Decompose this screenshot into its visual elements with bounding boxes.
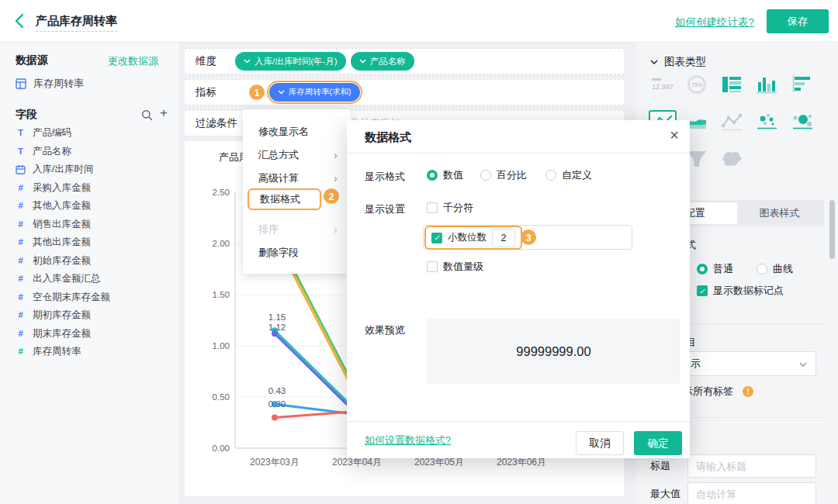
- chevron-down-icon: [359, 59, 366, 64]
- chart-type-table-icon[interactable]: [718, 72, 746, 97]
- fields-section-header: 字段 +: [16, 108, 164, 122]
- show-marker-checkbox[interactable]: ✓ 显示数据标记点: [697, 284, 784, 298]
- menu-item-sort[interactable]: 排序›: [243, 218, 351, 241]
- metric-chip-highlight: 库存周转率(求和): [267, 81, 362, 104]
- field-item[interactable]: #期初库存金额: [16, 307, 171, 323]
- field-item[interactable]: #出入库金额汇总: [16, 271, 171, 286]
- format-help-link[interactable]: 如何设置数据格式?: [365, 433, 451, 447]
- chart-type-scatter-icon[interactable]: [753, 109, 781, 134]
- svg-text:2023年05月: 2023年05月: [414, 457, 464, 468]
- topbar: 产品库存周转率 如何创建统计表? 保存: [0, 0, 838, 43]
- field-item[interactable]: #销售出库金额: [16, 216, 171, 232]
- radio-icon: [427, 170, 438, 181]
- chart-type-gauge-icon[interactable]: 75%: [683, 72, 711, 97]
- add-field-icon[interactable]: +: [160, 105, 168, 121]
- field-item[interactable]: #空仓期末库存金额: [16, 289, 171, 305]
- chevron-right-icon: ›: [334, 218, 338, 241]
- dimension-row: 维度 入库/出库时间(年-月) 产品名称: [185, 48, 624, 74]
- change-datasource-link[interactable]: 更改数据源: [108, 54, 158, 68]
- back-icon: [14, 13, 25, 29]
- preview-label: 效果预览: [365, 323, 405, 337]
- format-custom-radio[interactable]: 自定义: [545, 168, 592, 182]
- right-panel-scrollbar[interactable]: [829, 200, 835, 259]
- back-button[interactable]: [14, 13, 26, 29]
- checkbox-icon: [427, 261, 438, 272]
- chart-type-hbar-icon[interactable]: [788, 72, 816, 97]
- data-format-modal: 数据格式 × 显示格式 数值 百分比 自定义 显示设置 千分符 ✓ 小数位数 2: [347, 120, 690, 458]
- preview-box: 99999999.00: [427, 319, 680, 384]
- decimal-label: 小数位数: [448, 231, 487, 244]
- confirm-button[interactable]: 确定: [634, 431, 682, 455]
- tab-chart-style[interactable]: 图表样式: [737, 202, 822, 224]
- svg-text:0.43: 0.43: [268, 386, 286, 395]
- decimal-checkbox[interactable]: ✓: [431, 233, 442, 243]
- format-label: 显示格式: [365, 170, 405, 184]
- chevron-right-icon: ›: [334, 143, 338, 167]
- preview-value: 99999999.00: [516, 344, 590, 359]
- decimal-value-input[interactable]: 2: [492, 229, 515, 247]
- settings-label: 显示设置: [365, 202, 405, 216]
- menu-item-delete-field[interactable]: 删除字段: [243, 241, 351, 264]
- thousand-separator-checkbox[interactable]: 千分符: [427, 201, 473, 215]
- calc-number-field-icon: #: [16, 347, 26, 356]
- chart-type-bubble-icon[interactable]: [788, 109, 816, 134]
- chart-type-section-header[interactable]: 图表类型: [650, 55, 706, 69]
- modal-footer: 如何设置数据格式? 取消 确定: [347, 421, 690, 458]
- number-field-icon: #: [16, 256, 26, 265]
- chart-title-input[interactable]: [687, 454, 816, 478]
- svg-text:1.00: 1.00: [213, 341, 230, 350]
- svg-text:0.30: 0.30: [268, 399, 286, 409]
- chart-type-number-icon[interactable]: 12.987: [649, 72, 677, 97]
- step-badge-3: 3: [521, 230, 536, 245]
- dimension-chip[interactable]: 入库/出库时间(年-月): [235, 52, 346, 71]
- svg-text:2.00: 2.00: [213, 239, 230, 248]
- line-type-curve-radio[interactable]: 曲线: [757, 262, 793, 276]
- line-type-normal-radio[interactable]: 普通: [697, 262, 733, 276]
- svg-text:0.00: 0.00: [213, 444, 230, 453]
- chart-type-combo-icon[interactable]: [718, 109, 746, 134]
- search-icon[interactable]: [141, 109, 153, 121]
- menu-item-rename[interactable]: 修改显示名: [243, 120, 351, 143]
- format-number-radio[interactable]: 数值: [427, 168, 463, 182]
- field-item[interactable]: #期末库存金额: [16, 326, 171, 341]
- field-item[interactable]: T产品名称: [16, 143, 171, 159]
- checkbox-icon: [427, 202, 438, 213]
- cancel-button[interactable]: 取消: [576, 431, 624, 455]
- left-sidebar: 数据源 更改数据源 库存周转率 字段 + T产品编码 T产品名称: [0, 43, 180, 504]
- field-item[interactable]: #采购入库金额: [16, 180, 171, 195]
- svg-text:1.50: 1.50: [213, 290, 230, 299]
- svg-text:1.15: 1.15: [268, 312, 286, 322]
- chart-type-bar-icon[interactable]: [753, 72, 781, 97]
- radio-icon: [545, 170, 556, 181]
- field-item[interactable]: #其他出库金额: [16, 234, 171, 250]
- close-icon[interactable]: ×: [670, 126, 679, 144]
- field-item[interactable]: T产品编码: [16, 125, 171, 140]
- chart-type-title: 图表类型: [664, 55, 706, 69]
- dimension-chip[interactable]: 产品名称: [351, 52, 414, 71]
- datasource-name: 库存周转率: [33, 77, 84, 91]
- decimal-highlight: ✓ 小数位数 2: [424, 226, 522, 250]
- metric-row: 指标 1 库存周转率(求和): [185, 79, 624, 105]
- field-item[interactable]: 入库/出库时间: [16, 161, 171, 177]
- menu-item-advanced-calc[interactable]: 高级计算›: [243, 167, 351, 190]
- field-item[interactable]: #其他入库金额: [16, 198, 171, 213]
- dimension-label: 维度: [196, 49, 216, 74]
- save-button[interactable]: 保存: [767, 9, 829, 33]
- number-field-icon: #: [16, 292, 26, 302]
- svg-text:2023年06月: 2023年06月: [497, 457, 546, 468]
- menu-item-data-format[interactable]: 数据格式: [248, 188, 321, 210]
- max-value-input[interactable]: [687, 482, 816, 504]
- field-item[interactable]: #库存周转率: [16, 343, 171, 359]
- chart-type-map-icon[interactable]: [718, 147, 746, 171]
- title-field-label: 标题: [650, 459, 670, 473]
- help-link[interactable]: 如何创建统计表?: [675, 16, 754, 29]
- field-item[interactable]: #初始库存金额: [16, 253, 171, 268]
- format-percent-radio[interactable]: 百分比: [480, 168, 527, 182]
- datasource-item[interactable]: 库存周转率: [16, 76, 171, 91]
- chevron-down-icon: [650, 60, 658, 64]
- metric-chip[interactable]: 库存周转率(求和): [269, 83, 360, 102]
- radio-icon: [757, 264, 767, 274]
- max-field-label: 最大值: [650, 487, 680, 501]
- menu-item-aggregation[interactable]: 汇总方式›: [243, 143, 351, 167]
- magnitude-checkbox[interactable]: 数值量级: [427, 260, 483, 274]
